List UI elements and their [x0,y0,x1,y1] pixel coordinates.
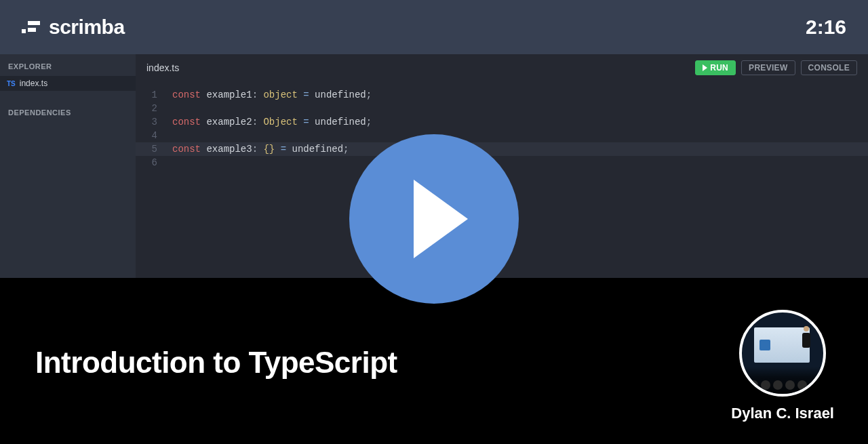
author-avatar[interactable] [739,310,826,397]
editor-topbar: index.ts RUN PREVIEW CONSOLE [136,54,868,81]
brand-logo-icon [22,20,41,35]
dependencies-heading: DEPENDENCIES [0,100,136,122]
explorer-heading: EXPLORER [0,54,136,76]
code-line: 1const example1: object = undefined; [136,88,868,102]
svg-rect-0 [22,29,26,33]
preview-button-label: PREVIEW [749,63,787,73]
brand[interactable]: scrimba [22,16,125,39]
tab-index-ts[interactable]: index.ts [146,62,179,73]
ts-file-icon: TS [7,80,16,87]
play-icon [414,180,468,258]
play-icon [703,64,707,71]
code-content [165,129,172,142]
preview-button[interactable]: PREVIEW [741,60,795,75]
author-block: Dylan C. Israel [731,310,834,422]
code-content: const example2: Object = undefined; [165,115,372,129]
top-header: scrimba 2:16 [0,0,868,54]
code-line: 5const example3: {} = undefined; [136,142,868,156]
play-video-button[interactable] [349,134,519,304]
console-button[interactable]: CONSOLE [801,60,857,75]
code-content [165,102,172,115]
video-timer: 2:16 [806,16,846,39]
line-number: 4 [136,129,165,142]
file-name-label: index.ts [20,79,47,88]
line-number: 5 [136,142,165,156]
author-name: Dylan C. Israel [731,405,834,422]
run-button-label: RUN [710,63,728,73]
line-number: 3 [136,115,165,129]
code-content: const example3: {} = undefined; [165,142,349,156]
line-number: 6 [136,156,165,169]
console-button-label: CONSOLE [808,63,850,73]
code-line: 4 [136,129,868,142]
editor-actions: RUN PREVIEW CONSOLE [695,60,857,75]
line-number: 1 [136,88,165,102]
code-line: 2 [136,102,868,115]
code-content [165,156,172,169]
brand-name: scrimba [49,16,125,39]
course-title: Introduction to TypeScript [35,346,397,380]
avatar-image [742,312,823,394]
svg-rect-2 [28,28,36,32]
code-content: const example1: object = undefined; [165,88,372,102]
sidebar: EXPLORER TS index.ts DEPENDENCIES [0,54,136,278]
svg-rect-1 [28,21,40,25]
run-button[interactable]: RUN [695,60,736,75]
code-line: 3const example2: Object = undefined; [136,115,868,129]
file-item-index-ts[interactable]: TS index.ts [0,76,136,91]
line-number: 2 [136,102,165,115]
